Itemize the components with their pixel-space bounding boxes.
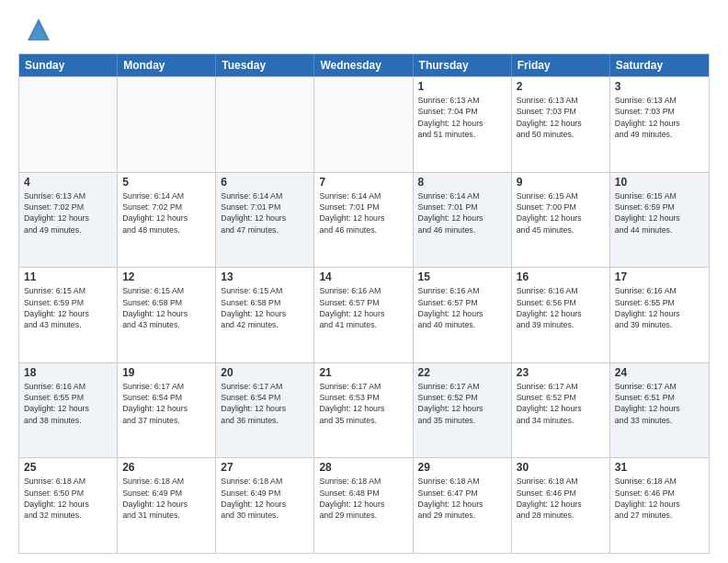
day-cell-10: 10Sunrise: 6:15 AMSunset: 6:59 PMDayligh… — [610, 173, 709, 268]
day-cell-5: 5Sunrise: 6:14 AMSunset: 7:02 PMDaylight… — [118, 173, 216, 268]
header-day-sunday: Sunday — [19, 54, 118, 76]
day-number: 2 — [517, 80, 605, 93]
header-day-thursday: Thursday — [414, 54, 512, 76]
day-info: Sunrise: 6:16 AMSunset: 6:55 PMDaylight:… — [615, 285, 704, 330]
day-info: Sunrise: 6:17 AMSunset: 6:52 PMDaylight:… — [418, 381, 506, 426]
calendar-week-4: 18Sunrise: 6:16 AMSunset: 6:55 PMDayligh… — [19, 362, 709, 458]
day-number: 26 — [122, 461, 210, 474]
day-info: Sunrise: 6:18 AMSunset: 6:46 PMDaylight:… — [517, 476, 605, 521]
day-info: Sunrise: 6:17 AMSunset: 6:54 PMDaylight:… — [122, 381, 210, 426]
day-number: 6 — [221, 176, 309, 189]
day-number: 13 — [221, 270, 309, 283]
day-cell-30: 30Sunrise: 6:18 AMSunset: 6:46 PMDayligh… — [512, 458, 610, 553]
day-number: 23 — [517, 366, 605, 379]
day-number: 4 — [24, 176, 112, 189]
day-cell-31: 31Sunrise: 6:18 AMSunset: 6:46 PMDayligh… — [610, 458, 709, 553]
day-info: Sunrise: 6:13 AMSunset: 7:02 PMDaylight:… — [24, 190, 112, 236]
day-cell-19: 19Sunrise: 6:17 AMSunset: 6:54 PMDayligh… — [118, 363, 216, 458]
empty-cell — [19, 77, 118, 172]
day-number: 27 — [221, 461, 309, 474]
calendar-week-2: 4Sunrise: 6:13 AMSunset: 7:02 PMDaylight… — [19, 172, 709, 268]
day-info: Sunrise: 6:15 AMSunset: 6:59 PMDaylight:… — [615, 190, 704, 236]
day-info: Sunrise: 6:14 AMSunset: 7:01 PMDaylight:… — [319, 190, 407, 236]
day-cell-23: 23Sunrise: 6:17 AMSunset: 6:52 PMDayligh… — [512, 363, 610, 458]
day-cell-18: 18Sunrise: 6:16 AMSunset: 6:55 PMDayligh… — [19, 363, 118, 458]
empty-cell — [314, 77, 413, 172]
day-cell-15: 15Sunrise: 6:16 AMSunset: 6:57 PMDayligh… — [414, 268, 512, 362]
day-cell-24: 24Sunrise: 6:17 AMSunset: 6:51 PMDayligh… — [610, 363, 709, 458]
day-number: 22 — [418, 366, 506, 379]
day-number: 19 — [122, 366, 210, 379]
page: SundayMondayTuesdayWednesdayThursdayFrid… — [0, 0, 728, 563]
day-cell-29: 29Sunrise: 6:18 AMSunset: 6:47 PMDayligh… — [414, 458, 512, 553]
day-cell-3: 3Sunrise: 6:13 AMSunset: 7:03 PMDaylight… — [610, 77, 709, 172]
day-info: Sunrise: 6:15 AMSunset: 6:58 PMDaylight:… — [122, 285, 210, 330]
day-number: 9 — [517, 176, 605, 189]
day-info: Sunrise: 6:18 AMSunset: 6:47 PMDaylight:… — [418, 476, 506, 521]
day-number: 15 — [418, 270, 506, 283]
logo — [18, 15, 53, 44]
day-number: 21 — [319, 366, 407, 379]
day-number: 29 — [418, 461, 506, 474]
day-number: 24 — [615, 366, 704, 379]
header-day-wednesday: Wednesday — [314, 54, 413, 76]
day-number: 5 — [122, 176, 210, 189]
calendar: SundayMondayTuesdayWednesdayThursdayFrid… — [18, 53, 710, 554]
day-info: Sunrise: 6:15 AMSunset: 6:58 PMDaylight:… — [221, 285, 309, 330]
day-cell-21: 21Sunrise: 6:17 AMSunset: 6:53 PMDayligh… — [314, 363, 413, 458]
day-info: Sunrise: 6:15 AMSunset: 7:00 PMDaylight:… — [517, 190, 605, 236]
day-cell-2: 2Sunrise: 6:13 AMSunset: 7:03 PMDaylight… — [512, 77, 610, 172]
day-cell-17: 17Sunrise: 6:16 AMSunset: 6:55 PMDayligh… — [610, 268, 709, 362]
day-cell-12: 12Sunrise: 6:15 AMSunset: 6:58 PMDayligh… — [118, 268, 216, 362]
day-info: Sunrise: 6:15 AMSunset: 6:59 PMDaylight:… — [24, 285, 112, 330]
day-cell-14: 14Sunrise: 6:16 AMSunset: 6:57 PMDayligh… — [314, 268, 413, 362]
day-info: Sunrise: 6:18 AMSunset: 6:50 PMDaylight:… — [24, 476, 112, 521]
day-cell-1: 1Sunrise: 6:13 AMSunset: 7:04 PMDaylight… — [414, 77, 512, 172]
day-cell-6: 6Sunrise: 6:14 AMSunset: 7:01 PMDaylight… — [216, 173, 314, 268]
day-cell-8: 8Sunrise: 6:14 AMSunset: 7:01 PMDaylight… — [414, 173, 512, 268]
day-cell-9: 9Sunrise: 6:15 AMSunset: 7:00 PMDaylight… — [512, 173, 610, 268]
day-number: 11 — [24, 270, 112, 283]
day-info: Sunrise: 6:14 AMSunset: 7:01 PMDaylight:… — [418, 190, 506, 236]
day-info: Sunrise: 6:17 AMSunset: 6:53 PMDaylight:… — [319, 381, 407, 426]
header-day-monday: Monday — [118, 54, 216, 76]
calendar-body: 1Sunrise: 6:13 AMSunset: 7:04 PMDaylight… — [19, 76, 709, 553]
day-number: 16 — [517, 270, 605, 283]
day-info: Sunrise: 6:18 AMSunset: 6:49 PMDaylight:… — [122, 476, 210, 521]
day-cell-22: 22Sunrise: 6:17 AMSunset: 6:52 PMDayligh… — [414, 363, 512, 458]
day-info: Sunrise: 6:13 AMSunset: 7:04 PMDaylight:… — [418, 95, 506, 140]
day-cell-7: 7Sunrise: 6:14 AMSunset: 7:01 PMDaylight… — [314, 173, 413, 268]
day-info: Sunrise: 6:18 AMSunset: 6:48 PMDaylight:… — [319, 476, 407, 521]
day-info: Sunrise: 6:14 AMSunset: 7:01 PMDaylight:… — [221, 190, 309, 236]
day-info: Sunrise: 6:17 AMSunset: 6:54 PMDaylight:… — [221, 381, 309, 426]
day-number: 1 — [418, 80, 506, 93]
day-number: 17 — [615, 270, 704, 283]
header-day-saturday: Saturday — [610, 54, 709, 76]
day-number: 7 — [319, 176, 407, 189]
header — [18, 15, 710, 44]
day-cell-20: 20Sunrise: 6:17 AMSunset: 6:54 PMDayligh… — [216, 363, 314, 458]
calendar-week-3: 11Sunrise: 6:15 AMSunset: 6:59 PMDayligh… — [19, 267, 709, 362]
day-info: Sunrise: 6:14 AMSunset: 7:02 PMDaylight:… — [122, 190, 210, 236]
day-info: Sunrise: 6:13 AMSunset: 7:03 PMDaylight:… — [517, 95, 605, 140]
day-cell-27: 27Sunrise: 6:18 AMSunset: 6:49 PMDayligh… — [216, 458, 314, 553]
day-info: Sunrise: 6:16 AMSunset: 6:57 PMDaylight:… — [319, 285, 407, 330]
day-number: 14 — [319, 270, 407, 283]
day-cell-13: 13Sunrise: 6:15 AMSunset: 6:58 PMDayligh… — [216, 268, 314, 362]
day-number: 30 — [517, 461, 605, 474]
day-number: 20 — [221, 366, 309, 379]
header-day-tuesday: Tuesday — [216, 54, 314, 76]
day-cell-11: 11Sunrise: 6:15 AMSunset: 6:59 PMDayligh… — [19, 268, 118, 362]
day-info: Sunrise: 6:17 AMSunset: 6:51 PMDaylight:… — [615, 381, 704, 426]
day-cell-25: 25Sunrise: 6:18 AMSunset: 6:50 PMDayligh… — [19, 458, 118, 553]
day-number: 28 — [319, 461, 407, 474]
day-number: 3 — [615, 80, 704, 93]
day-cell-26: 26Sunrise: 6:18 AMSunset: 6:49 PMDayligh… — [118, 458, 216, 553]
day-info: Sunrise: 6:16 AMSunset: 6:55 PMDaylight:… — [24, 381, 112, 426]
day-cell-16: 16Sunrise: 6:16 AMSunset: 6:56 PMDayligh… — [512, 268, 610, 362]
day-cell-4: 4Sunrise: 6:13 AMSunset: 7:02 PMDaylight… — [19, 173, 118, 268]
day-number: 12 — [122, 270, 210, 283]
day-info: Sunrise: 6:18 AMSunset: 6:46 PMDaylight:… — [615, 476, 704, 521]
calendar-header: SundayMondayTuesdayWednesdayThursdayFrid… — [19, 54, 709, 76]
day-info: Sunrise: 6:17 AMSunset: 6:52 PMDaylight:… — [517, 381, 605, 426]
